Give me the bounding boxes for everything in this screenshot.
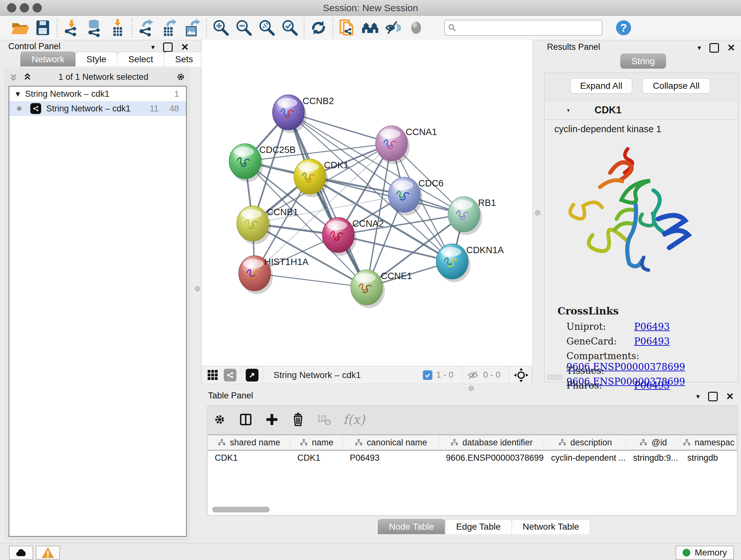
cloud-status-button[interactable]: [9, 546, 33, 560]
table-options-gear-icon[interactable]: [212, 412, 227, 427]
network-collection-row[interactable]: ▾ String Network – cdk1 1: [9, 86, 186, 101]
table-cell[interactable]: stringdb:9...: [626, 450, 680, 465]
network-options-gear-icon[interactable]: [175, 71, 187, 83]
results-hscrollbar[interactable]: [547, 375, 562, 380]
crosslink-link[interactable]: P06493: [634, 321, 670, 332]
import-network-button[interactable]: [60, 17, 83, 39]
delete-table-icon[interactable]: [317, 412, 332, 427]
column-header-name[interactable]: name: [290, 435, 343, 450]
table-cell[interactable]: P06493: [343, 450, 439, 465]
zoom-selected-button[interactable]: [278, 17, 301, 39]
tab-string[interactable]: String: [620, 54, 666, 69]
tab-edge-table[interactable]: Edge Table: [445, 519, 512, 534]
enhance-labels-button[interactable]: [382, 17, 405, 39]
open-session-button[interactable]: [8, 17, 31, 39]
tree-expand-icon[interactable]: ▾: [16, 89, 20, 99]
memory-button[interactable]: Memory: [676, 546, 734, 560]
search-box[interactable]: [444, 20, 603, 36]
node-CCNA2[interactable]: CCNA2: [322, 217, 384, 256]
tab-node-table[interactable]: Node Table: [378, 519, 445, 534]
warnings-button[interactable]: [36, 546, 60, 560]
collapse-all-networks-icon[interactable]: [23, 72, 32, 82]
table-cell[interactable]: CDK1: [208, 450, 290, 465]
column-header-canonical-name[interactable]: canonical name: [343, 435, 439, 450]
add-column-icon[interactable]: [265, 412, 279, 427]
detach-view-icon[interactable]: [246, 369, 259, 381]
zoom-out-button[interactable]: [232, 17, 255, 39]
right-splitter-handle[interactable]: [535, 210, 540, 215]
column-header-database-identifier[interactable]: database identifier: [439, 435, 544, 450]
birdseye-grid-icon[interactable]: [206, 369, 219, 381]
delete-column-icon[interactable]: [291, 412, 306, 427]
panel-collapse-icon[interactable]: ▾: [697, 44, 701, 52]
protein-card-header[interactable]: ▾ CDK1: [545, 101, 738, 120]
network-row[interactable]: String Network – cdk1 11 48: [9, 101, 186, 116]
network-view[interactable]: CCNB2CCNA1CDC25BCDK1CDC6RB1CCNB1CCNA2CDK…: [201, 40, 533, 366]
tab-sets[interactable]: Sets: [164, 52, 204, 67]
column-header-shared-name[interactable]: shared name: [208, 435, 290, 450]
panel-close-icon[interactable]: ✕: [727, 42, 735, 53]
table-cell[interactable]: cyclin-dependent ...: [544, 450, 626, 465]
table-row[interactable]: CDK1CDK1P064939606.ENSP00000378699cyclin…: [208, 450, 737, 465]
table-cell[interactable]: stringdb: [680, 450, 737, 465]
string-home-button[interactable]: [359, 17, 382, 39]
expand-all-networks-icon[interactable]: [9, 72, 18, 82]
card-expand-icon[interactable]: ▾: [567, 107, 569, 113]
node-HIST1H1A[interactable]: HIST1H1A: [239, 256, 309, 294]
table-cell[interactable]: CDK1: [290, 450, 343, 465]
panel-close-icon[interactable]: ✕: [726, 391, 734, 402]
tab-select[interactable]: Select: [117, 52, 164, 67]
left-splitter-handle[interactable]: [195, 286, 200, 292]
export-image-button[interactable]: [181, 17, 204, 39]
table-hscrollbar[interactable]: [212, 507, 270, 512]
node-CDKN1A[interactable]: CDKN1A: [436, 244, 504, 282]
node-CDC25B[interactable]: CDC25B: [229, 144, 295, 182]
fit-selected-crosshair-icon[interactable]: [514, 368, 529, 383]
import-database-button[interactable]: [83, 17, 106, 39]
expand-all-button[interactable]: Expand All: [570, 78, 632, 94]
save-session-button[interactable]: [31, 17, 54, 39]
panel-collapse-icon[interactable]: ▾: [696, 392, 700, 401]
panel-float-icon[interactable]: [163, 43, 173, 52]
table-panel-title: Table Panel: [208, 391, 253, 401]
search-input[interactable]: [460, 21, 602, 35]
export-network-button[interactable]: [135, 17, 158, 39]
table-cell[interactable]: 9606.ENSP00000378699: [439, 450, 544, 465]
open-folder-icon: [10, 18, 29, 37]
column-header-@id[interactable]: @id: [626, 435, 680, 450]
show-columns-icon[interactable]: [239, 412, 253, 427]
tab-style[interactable]: Style: [75, 52, 118, 67]
network-graph[interactable]: CCNB2CCNA1CDC25BCDK1CDC6RB1CCNB1CCNA2CDK…: [201, 40, 533, 366]
panel-close-icon[interactable]: ✕: [181, 42, 189, 53]
function-builder-button[interactable]: f(x): [343, 412, 365, 427]
import-table-button[interactable]: [106, 17, 129, 39]
column-header-description[interactable]: description: [544, 435, 626, 450]
network-list: ▾ String Network – cdk1 1 String Network…: [9, 86, 187, 537]
node-CCNB2[interactable]: CCNB2: [273, 95, 334, 133]
panel-float-icon[interactable]: [710, 43, 719, 53]
collapse-all-button[interactable]: Collapse All: [643, 78, 710, 94]
show-glass-ball-button[interactable]: [405, 17, 428, 39]
selected-checkbox-icon[interactable]: [423, 370, 432, 380]
zoom-fit-button[interactable]: [255, 17, 278, 39]
panel-float-icon[interactable]: [708, 392, 718, 401]
node-CCNE1[interactable]: CCNE1: [351, 270, 412, 308]
clone-network-button[interactable]: [336, 17, 359, 39]
help-button[interactable]: ?: [612, 17, 635, 39]
crosslink-link[interactable]: P06493: [634, 380, 670, 391]
refresh-view-button[interactable]: [307, 17, 330, 39]
tab-network[interactable]: Network: [20, 52, 76, 67]
zoom-in-button[interactable]: [209, 17, 232, 39]
export-table-button[interactable]: [158, 17, 181, 39]
node-CCNB1[interactable]: CCNB1: [237, 206, 298, 244]
column-header-namespac[interactable]: namespac: [680, 435, 737, 450]
panel-collapse-icon[interactable]: ▾: [151, 43, 155, 51]
network-view-icon[interactable]: [224, 369, 237, 381]
network-view-toolbar: String Network – cdk1 1 - 0 0 - 0: [201, 366, 532, 384]
tab-network-table[interactable]: Network Table: [512, 519, 590, 534]
node-CDC6[interactable]: CDC6: [388, 177, 444, 215]
crosslinks-heading: CrossLinks: [557, 305, 619, 317]
node-RB1[interactable]: RB1: [448, 197, 496, 235]
control-panel-title: Control Panel: [8, 42, 61, 51]
crosslink-link[interactable]: P06493: [634, 336, 670, 347]
